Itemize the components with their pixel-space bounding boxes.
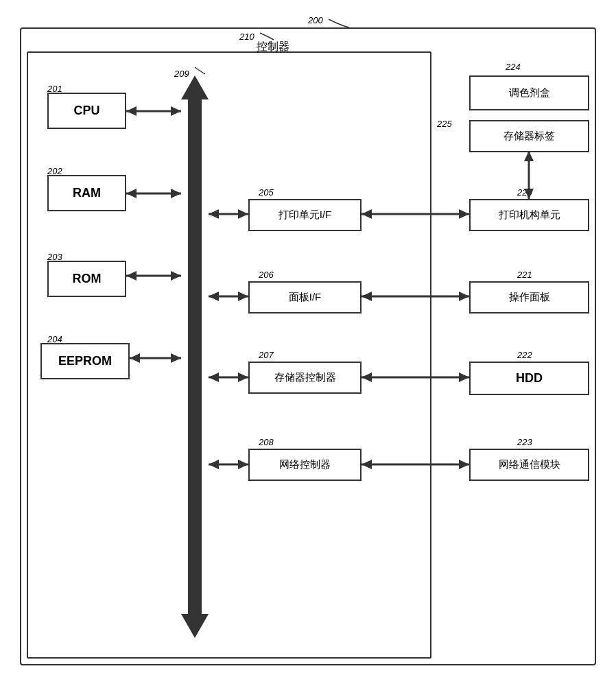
diagram-wrapper: 200 210 控制器 201 CPU 202 RAM 203 ROM 204 … (13, 14, 603, 672)
ref-205: 205 (259, 187, 274, 198)
ref-208: 208 (259, 437, 274, 447)
ref-224: 224 (506, 62, 521, 72)
toner-box: 调色剂盒 (469, 75, 589, 110)
eeprom-box: EEPROM (40, 343, 130, 379)
print-if-box: 打印单元I/F (248, 199, 362, 231)
ref-210: 210 (239, 32, 254, 42)
panel-if-box: 面板I/F (248, 281, 362, 314)
memory-tag-box: 存储器标签 (469, 120, 589, 152)
ref-209: 209 (174, 69, 189, 79)
ref-200: 200 (308, 15, 323, 25)
ref-206: 206 (259, 270, 274, 280)
ref-221: 221 (517, 270, 532, 280)
ref-222: 222 (517, 350, 532, 360)
network-ctrl-box: 网络控制器 (248, 449, 362, 481)
memory-ctrl-box: 存储器控制器 (248, 362, 362, 394)
operation-panel-box: 操作面板 (469, 281, 589, 314)
print-unit-box: 打印机构单元 (469, 199, 589, 231)
rom-box: ROM (47, 261, 126, 297)
ref-225: 225 (437, 119, 452, 129)
cpu-box: CPU (47, 93, 126, 129)
hdd-box: HDD (469, 362, 589, 395)
ref-207: 207 (259, 350, 274, 360)
network-module-box: 网络通信模块 (469, 449, 589, 481)
ref-220: 220 (517, 187, 532, 198)
ram-box: RAM (47, 175, 126, 211)
ref-223: 223 (517, 437, 532, 447)
